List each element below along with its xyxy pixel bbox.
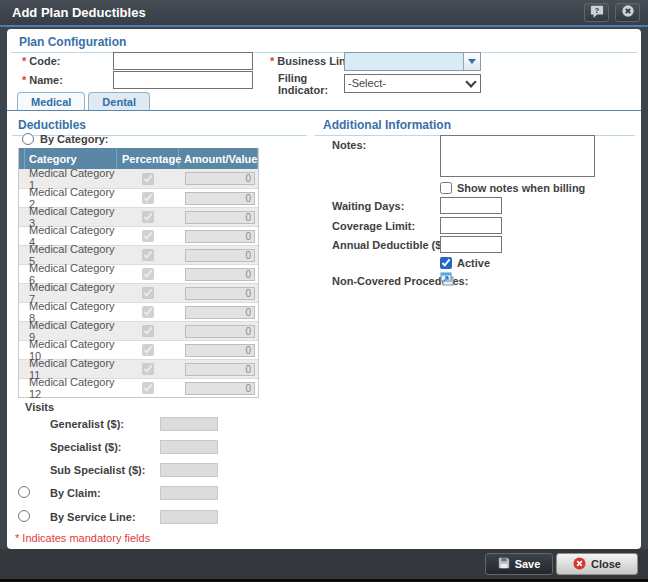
red-x-circle-icon xyxy=(573,557,586,572)
percentage-checkbox xyxy=(142,287,154,299)
tab-dental[interactable]: Dental xyxy=(88,92,150,110)
active-checkbox[interactable] xyxy=(440,257,452,269)
visits-title: Visits xyxy=(25,401,54,413)
generalist-row: Generalist ($): xyxy=(7,417,267,433)
filing-indicator-select-wrap: -Select- xyxy=(344,73,481,92)
business-line-combobox[interactable] xyxy=(344,52,481,71)
close-icon xyxy=(621,4,635,22)
show-notes-checkbox[interactable] xyxy=(440,182,452,194)
amount-input xyxy=(185,268,255,281)
waiting-days-input[interactable] xyxy=(440,197,502,214)
close-label: Close xyxy=(591,558,621,570)
amount-value-header: Amount/Value xyxy=(179,148,258,169)
footer-bar: Save Close xyxy=(0,549,648,579)
coverage-limit-label: Coverage Limit: xyxy=(332,220,415,232)
chevron-down-icon[interactable] xyxy=(463,53,480,70)
save-label: Save xyxy=(515,558,541,570)
by-category-radio[interactable] xyxy=(22,133,34,145)
amount-input xyxy=(185,382,255,395)
by-service-line-input xyxy=(160,510,218,524)
by-claim-option: By Claim: xyxy=(7,486,267,502)
amount-input xyxy=(185,172,255,185)
amount-input xyxy=(185,325,255,338)
percentage-checkbox xyxy=(142,192,154,204)
non-covered-procedures-lookup-button[interactable] xyxy=(440,272,455,288)
notes-textarea[interactable] xyxy=(440,135,595,177)
additional-information-header: Additional Information xyxy=(315,114,635,136)
help-button[interactable]: ? xyxy=(584,3,609,22)
close-button[interactable]: Close xyxy=(556,553,638,575)
generalist-label: Generalist ($): xyxy=(50,418,124,430)
save-icon xyxy=(498,557,510,571)
percentage-header: Percentage xyxy=(117,148,179,169)
help-icon: ? xyxy=(590,4,604,22)
amount-input xyxy=(185,363,255,376)
specialist-label: Specialist ($): xyxy=(50,441,122,453)
waiting-days-label: Waiting Days: xyxy=(332,200,404,212)
percentage-checkbox xyxy=(142,230,154,242)
percentage-checkbox xyxy=(142,344,154,356)
percentage-checkbox xyxy=(142,382,154,394)
by-claim-input xyxy=(160,486,218,500)
by-category-label: By Category: xyxy=(40,133,108,145)
notes-label: Notes: xyxy=(332,139,366,151)
amount-input xyxy=(185,211,255,224)
popup-window-icon xyxy=(440,276,455,288)
plan-configuration-header: Plan Configuration xyxy=(11,31,637,53)
active-label: Active xyxy=(457,257,490,269)
percentage-checkbox xyxy=(142,325,154,337)
dialog-title: Add Plan Deductibles xyxy=(8,5,146,20)
sub-specialist-input xyxy=(160,463,218,477)
by-service-line-label: By Service Line: xyxy=(50,511,136,523)
show-notes-option: Show notes when billing xyxy=(440,182,585,194)
table-row: Medical Category 12 xyxy=(19,378,258,397)
annual-deductible-input[interactable] xyxy=(440,236,502,253)
by-service-line-option: By Service Line: xyxy=(7,510,267,526)
amount-input xyxy=(185,287,255,300)
generalist-input xyxy=(160,417,218,431)
specialist-input xyxy=(160,440,218,454)
show-notes-label: Show notes when billing xyxy=(457,182,585,194)
percentage-checkbox xyxy=(142,363,154,375)
code-label: Code: xyxy=(29,55,60,67)
name-input[interactable] xyxy=(113,71,253,89)
tab-bar: Medical Dental xyxy=(7,92,641,111)
required-marker: * xyxy=(22,74,26,86)
specialist-row: Specialist ($): xyxy=(7,440,267,456)
by-service-line-radio[interactable] xyxy=(18,510,30,522)
sub-specialist-row: Sub Specialist ($): xyxy=(7,463,267,479)
deductibles-table: Category Percentage Amount/Value Medical… xyxy=(18,148,259,398)
code-input[interactable] xyxy=(113,52,253,70)
by-claim-radio[interactable] xyxy=(18,486,30,498)
filing-indicator-select[interactable]: -Select- xyxy=(344,74,481,93)
titlebar: Add Plan Deductibles ? xyxy=(0,0,648,27)
save-button[interactable]: Save xyxy=(485,553,553,575)
additional-information-section: Additional Information Notes: Show notes… xyxy=(315,114,635,136)
dialog-content: Plan Configuration * Code: * Name: * Bus… xyxy=(7,29,641,549)
titlebar-close-button[interactable] xyxy=(615,3,640,22)
required-marker: * xyxy=(22,55,26,67)
percentage-checkbox xyxy=(142,268,154,280)
amount-input xyxy=(185,306,255,319)
percentage-checkbox xyxy=(142,306,154,318)
percentage-checkbox xyxy=(142,211,154,223)
name-label: Name: xyxy=(29,74,63,86)
mandatory-fields-note: * Indicates mandatory fields xyxy=(15,532,150,544)
amount-input xyxy=(185,249,255,262)
svg-text:?: ? xyxy=(594,6,599,15)
by-claim-label: By Claim: xyxy=(50,487,101,499)
percentage-checkbox xyxy=(142,249,154,261)
coverage-limit-input[interactable] xyxy=(440,217,502,234)
percentage-checkbox xyxy=(142,173,154,185)
category-cell: Medical Category 12 xyxy=(25,379,117,397)
amount-input xyxy=(185,192,255,205)
sub-specialist-label: Sub Specialist ($): xyxy=(50,464,145,476)
add-plan-deductibles-dialog: Add Plan Deductibles ? xyxy=(0,0,648,582)
required-marker: * xyxy=(270,55,274,67)
tab-medical[interactable]: Medical xyxy=(17,92,85,110)
by-category-option: By Category: xyxy=(22,133,108,145)
amount-input xyxy=(185,344,255,357)
active-option: Active xyxy=(440,257,490,269)
annual-deductible-label: Annual Deductible ($): xyxy=(332,239,449,251)
amount-input xyxy=(185,230,255,243)
